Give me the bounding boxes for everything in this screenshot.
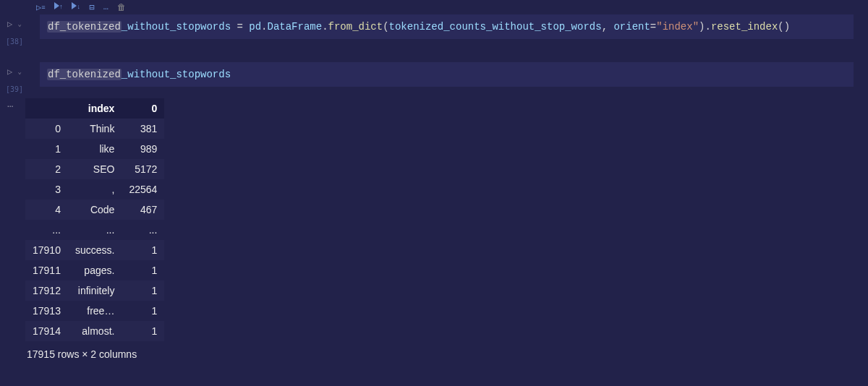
- cell-value-col: 1: [122, 280, 164, 301]
- cell-index-col: Think: [68, 119, 122, 139]
- cell-index-col: ,: [68, 179, 122, 200]
- row-index: 17911: [25, 260, 68, 280]
- code-token: (: [383, 21, 388, 33]
- row-index: 4: [25, 200, 68, 220]
- cell-index-col: like: [68, 139, 122, 159]
- execution-count: [38]: [6, 38, 23, 46]
- code-token: from_dict: [328, 21, 383, 33]
- more-icon[interactable]: …: [103, 2, 109, 12]
- output-ellipsis-icon[interactable]: …: [7, 98, 13, 110]
- code-cell-2: ▷ ⌄ df_tokenized_without_stopwords [39]: [0, 62, 868, 87]
- code-token: .: [322, 21, 328, 33]
- code-token: .: [261, 21, 267, 33]
- cell-index-col: infinitely: [68, 280, 122, 301]
- table-row: 1like989: [25, 139, 164, 159]
- table-row: 17913free…1: [25, 301, 164, 321]
- cell-value-col: 1: [122, 240, 164, 260]
- run-below-icon[interactable]: ↓: [72, 2, 80, 12]
- code-token: ): [784, 21, 790, 33]
- row-index: 3: [25, 179, 68, 200]
- table-row: 0Think381: [25, 119, 164, 139]
- code-token: _without_stopwords: [122, 69, 231, 80]
- row-index: 1: [25, 139, 68, 159]
- cell-index-col: ...: [68, 220, 122, 240]
- code-editor-2[interactable]: df_tokenized_without_stopwords: [40, 62, 854, 87]
- cell-value-col: 5172: [122, 159, 164, 179]
- code-token: orient: [613, 21, 650, 33]
- code-token: "index": [656, 21, 699, 33]
- code-token: df_tokenized: [48, 69, 121, 80]
- table-row: .........: [25, 220, 164, 240]
- code-token: (: [778, 21, 783, 33]
- row-index: 17914: [25, 321, 68, 341]
- row-index: 17912: [25, 280, 68, 301]
- dataframe-table: index 0 0Think3811like9892SEO51723,22564…: [25, 98, 164, 341]
- dataframe-caption: 17915 rows × 2 columns: [25, 348, 868, 360]
- run-cell-gutter-icon[interactable]: ▷ ⌄: [7, 19, 22, 30]
- table-row: 17910success.1: [25, 240, 164, 260]
- table-header: index: [68, 98, 122, 119]
- table-header-row: index 0: [25, 98, 164, 119]
- cell-index-col: pages.: [68, 260, 122, 280]
- row-index: 0: [25, 119, 68, 139]
- run-cell-gutter-icon[interactable]: ▷ ⌄: [7, 67, 22, 77]
- cell-index-col: success.: [68, 240, 122, 260]
- delete-cell-icon[interactable]: 🗑: [117, 2, 126, 13]
- table-row: 17912infinitely1: [25, 280, 164, 301]
- cell-index-col: free…: [68, 301, 122, 321]
- cell-value-col: 989: [122, 139, 164, 159]
- cell-value-col: 1: [122, 301, 164, 321]
- table-row: 17914almost.1: [25, 321, 164, 341]
- table-header: [25, 98, 68, 119]
- code-token: .: [705, 21, 710, 33]
- table-row: 2SEO5172: [25, 159, 164, 179]
- split-cell-icon[interactable]: ⊟: [89, 2, 94, 13]
- row-index: ...: [25, 220, 68, 240]
- cell-index-col: almost.: [68, 321, 122, 341]
- run-above-icon[interactable]: ↑: [54, 2, 63, 12]
- code-token: tokenized_counts_without_stop_words: [389, 21, 602, 33]
- table-row: 4Code467: [25, 200, 164, 220]
- code-token: pd: [249, 21, 261, 33]
- code-token: reset_index: [711, 21, 778, 33]
- row-index: 17913: [25, 301, 68, 321]
- cell-value-col: 1: [122, 260, 164, 280]
- cell-index-col: Code: [68, 200, 122, 220]
- cell-value-col: 467: [122, 200, 164, 220]
- cell-value-col: ...: [122, 220, 164, 240]
- table-row: 3,22564: [25, 179, 164, 200]
- cell-output: index 0 0Think3811like9892SEO51723,22564…: [25, 98, 868, 360]
- row-index: 17910: [25, 240, 68, 260]
- code-token: df_tokenized: [48, 21, 121, 33]
- code-token: ,: [602, 21, 614, 33]
- cell-value-col: 22564: [122, 179, 164, 200]
- cell-value-col: 381: [122, 119, 164, 139]
- code-editor-1[interactable]: df_tokenized_without_stopwords = pd.Data…: [40, 14, 854, 39]
- execution-count: [39]: [6, 85, 23, 93]
- code-token: DataFrame: [268, 21, 323, 33]
- code-cell-1: ▷ ⌄ df_tokenized_without_stopwords = pd.…: [0, 14, 868, 39]
- code-token: _without_stopwords: [122, 21, 231, 33]
- cell-value-col: 1: [122, 321, 164, 341]
- row-index: 2: [25, 159, 68, 179]
- cell-index-col: SEO: [68, 159, 122, 179]
- code-token: =: [650, 21, 656, 33]
- code-token: =: [231, 21, 249, 33]
- run-cell-icon[interactable]: ▷≡: [36, 2, 46, 13]
- cell-toolbar: ▷≡ ↑ ↓ ⊟ … 🗑: [0, 0, 868, 14]
- table-row: 17911pages.1: [25, 260, 164, 280]
- table-header: 0: [122, 98, 164, 119]
